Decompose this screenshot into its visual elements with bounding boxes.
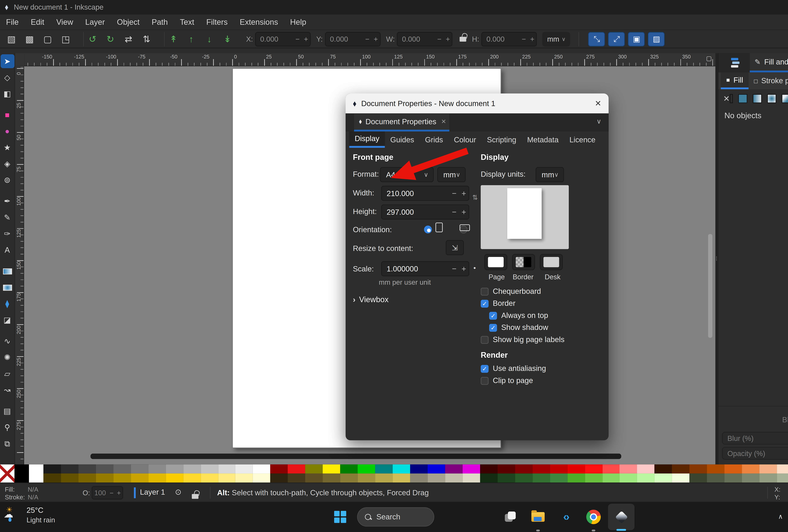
palette-none-swatch[interactable] bbox=[0, 465, 15, 482]
weather-widget[interactable]: 25°C Light rain bbox=[26, 506, 55, 524]
palette-swatch[interactable] bbox=[760, 465, 777, 473]
portrait-icon[interactable] bbox=[435, 222, 443, 232]
palette-swatch[interactable] bbox=[358, 474, 375, 482]
height-decrement[interactable]: − bbox=[449, 208, 459, 216]
palette-swatch[interactable] bbox=[375, 465, 393, 473]
palette-swatch[interactable] bbox=[725, 474, 742, 482]
dropper-tool[interactable]: ⧫ bbox=[0, 297, 14, 311]
mesh-gradient-tool[interactable] bbox=[0, 280, 14, 294]
palette-swatch[interactable] bbox=[96, 474, 113, 482]
width-increment[interactable]: + bbox=[459, 189, 469, 198]
h-increment[interactable]: + bbox=[528, 35, 537, 43]
zoom-tool[interactable]: ⚲ bbox=[0, 420, 14, 434]
horizontal-ruler[interactable]: -150-125-100-75-50-250255075100125150175… bbox=[24, 53, 715, 66]
palette-swatch[interactable] bbox=[375, 474, 393, 482]
display-units-dropdown[interactable]: mm ∨ bbox=[536, 167, 564, 182]
horizontal-scrollbar[interactable] bbox=[91, 454, 621, 459]
raise-icon[interactable]: ↑ bbox=[182, 32, 200, 46]
node-tool[interactable]: ◇ bbox=[0, 71, 14, 84]
w-input[interactable]: 0.000 − + bbox=[397, 32, 453, 46]
y-increment[interactable]: + bbox=[372, 35, 380, 43]
palette-swatch[interactable] bbox=[61, 465, 78, 473]
paint-linear-gradient-icon[interactable] bbox=[752, 94, 762, 103]
taskbar-search[interactable]: Search bbox=[357, 507, 434, 527]
selector-tool[interactable]: ➤ bbox=[0, 54, 14, 68]
box3d-tool[interactable]: ◈ bbox=[0, 157, 14, 171]
dialog-titlebar[interactable]: ⬧ Document Properties - New document 1 ✕ bbox=[346, 94, 609, 113]
layer-lock-icon[interactable] bbox=[192, 494, 198, 499]
palette-swatch[interactable] bbox=[742, 474, 760, 482]
palette-swatch[interactable] bbox=[515, 465, 532, 473]
width-decrement[interactable]: − bbox=[449, 189, 459, 198]
paint-flat-icon[interactable] bbox=[738, 94, 747, 103]
x-decrement[interactable]: − bbox=[293, 35, 302, 43]
dock-splitter[interactable]: ⁞ bbox=[715, 53, 718, 465]
pages-tool[interactable]: ⧉ bbox=[0, 437, 14, 451]
palette-swatch[interactable] bbox=[515, 474, 532, 482]
palette-swatch[interactable] bbox=[306, 465, 323, 473]
palette-swatch[interactable] bbox=[183, 465, 201, 473]
palette-swatch[interactable] bbox=[742, 465, 760, 473]
width-input[interactable]: 210.000 − + bbox=[381, 186, 469, 201]
file-explorer-button[interactable] bbox=[526, 505, 550, 529]
palette-swatch[interactable] bbox=[340, 474, 358, 482]
palette-swatch[interactable] bbox=[43, 474, 61, 482]
menu-item[interactable]: Filters bbox=[200, 14, 234, 30]
palette-swatch[interactable] bbox=[131, 465, 148, 473]
palette-swatch[interactable] bbox=[567, 474, 585, 482]
palette-swatch[interactable] bbox=[707, 465, 725, 473]
y-decrement[interactable]: − bbox=[363, 35, 372, 43]
scale-gradient-toggle[interactable]: ▣ bbox=[628, 32, 645, 46]
clip-to-page-checkbox[interactable]: Clip to page bbox=[481, 375, 546, 387]
ellipse-tool[interactable]: ● bbox=[0, 124, 14, 138]
spiral-tool[interactable]: ⊚ bbox=[0, 173, 14, 187]
fill-stroke-subtab[interactable]: ■ Fill bbox=[721, 72, 748, 89]
h-decrement[interactable]: − bbox=[519, 35, 528, 43]
paint-bucket-tool[interactable]: ◪ bbox=[0, 313, 14, 327]
w-increment[interactable]: + bbox=[444, 35, 452, 43]
palette-swatch[interactable] bbox=[43, 465, 61, 473]
palette-swatch[interactable] bbox=[585, 474, 602, 482]
palette-swatch[interactable] bbox=[218, 465, 236, 473]
palette-swatch[interactable] bbox=[602, 465, 620, 473]
menu-item[interactable]: View bbox=[50, 14, 79, 30]
tab-close-icon[interactable]: ✕ bbox=[441, 118, 446, 125]
palette-swatch[interactable] bbox=[480, 465, 497, 473]
x-input[interactable]: 0.000 − + bbox=[255, 32, 311, 46]
tweak-tool[interactable]: ∿ bbox=[0, 334, 14, 348]
dialog-tab[interactable]: Display bbox=[349, 132, 385, 148]
palette-swatch[interactable] bbox=[550, 474, 567, 482]
h-input[interactable]: 0.000 − + bbox=[481, 32, 537, 46]
vscode-button[interactable]: ‹› bbox=[554, 505, 578, 529]
palette-black-swatch[interactable] bbox=[15, 465, 29, 482]
select-all-layers-icon[interactable]: ▩ bbox=[20, 32, 39, 46]
spray-tool[interactable]: ✺ bbox=[0, 350, 14, 364]
format-units-dropdown[interactable]: mm ∨ bbox=[437, 167, 466, 182]
landscape-icon[interactable] bbox=[459, 224, 470, 231]
palette-swatch[interactable] bbox=[323, 474, 340, 482]
palette-swatch[interactable] bbox=[218, 474, 236, 482]
pen-tool[interactable]: ✒ bbox=[0, 194, 14, 208]
chrome-button[interactable] bbox=[582, 505, 606, 529]
palette-swatch[interactable] bbox=[690, 474, 707, 482]
palette-swatch[interactable] bbox=[288, 465, 306, 473]
scale-input[interactable]: 1.000000 − + bbox=[381, 261, 469, 276]
lock-ratio-icon[interactable] bbox=[460, 37, 467, 41]
dialog-tab[interactable]: Grids bbox=[419, 132, 448, 148]
palette-swatch[interactable] bbox=[410, 474, 428, 482]
rotate-ccw-icon[interactable]: ↺ bbox=[83, 32, 101, 46]
fill-and-stroke-tab[interactable]: ✎ Fill and Stroke ✕ bbox=[750, 53, 788, 72]
palette-swatch[interactable] bbox=[637, 465, 655, 473]
stroke-indicator-value[interactable]: N/A bbox=[28, 493, 38, 500]
menu-item[interactable]: Path bbox=[145, 14, 174, 30]
star-tool[interactable]: ★ bbox=[0, 141, 14, 155]
portrait-radio[interactable] bbox=[424, 225, 432, 234]
palette-swatch[interactable] bbox=[306, 474, 323, 482]
menu-item[interactable]: Text bbox=[174, 14, 200, 30]
x-increment[interactable]: + bbox=[302, 35, 310, 43]
dialog-tab[interactable]: Metadata bbox=[521, 132, 564, 148]
palette-swatch[interactable] bbox=[550, 465, 567, 473]
palette-swatch[interactable] bbox=[462, 474, 480, 482]
palette-swatch[interactable] bbox=[445, 474, 462, 482]
palette-swatch[interactable] bbox=[201, 465, 218, 473]
